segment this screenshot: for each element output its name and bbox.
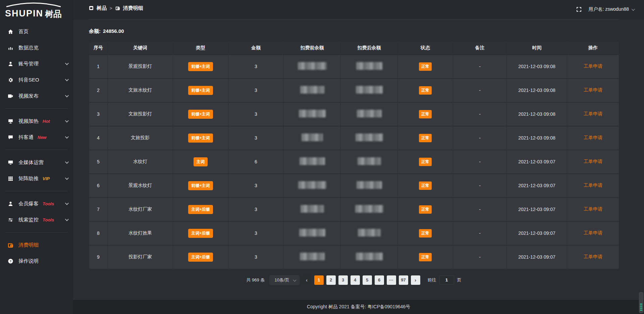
cell-balance-before [284,102,341,126]
cell-time: 2021-12-03 09:07 [507,174,567,198]
more-pages-button[interactable]: ··· [387,275,396,285]
time-text: 2021-12-03 09:07 [518,230,555,236]
cell-balance-after [341,221,398,245]
work-order-link[interactable]: 工单申请 [584,206,602,212]
sliders-icon [8,217,13,223]
sidebar-item-2[interactable]: 账号管理 [0,56,73,72]
cell-keyword: 文旅水纹灯 [108,78,173,102]
work-order-link[interactable]: 工单申请 [584,63,602,69]
work-order-link[interactable]: 工单申请 [584,135,602,140]
monitor-icon [8,160,13,165]
remark-text: - [479,183,481,188]
cell-status: 正常 [398,126,453,150]
page-button-5[interactable]: 5 [363,275,372,285]
row-number: 1 [97,64,100,69]
chevron-down-icon [632,7,635,11]
chevron-down-icon [65,160,69,164]
table-row: 4文旅投影前缀+主词3正常-2021-12-03 09:08工单申请 [89,126,619,150]
page-button-97[interactable]: 97 [399,275,408,285]
work-order-link[interactable]: 工单申请 [584,254,602,259]
sidebar-item-label: 抖客通 [18,134,34,141]
type-badge: 主词 [194,157,208,166]
app-logo[interactable]: SHUPIN 树品 [0,0,73,18]
breadcrumb-item-current: 消费明细 [123,5,143,11]
work-order-link[interactable]: 工单申请 [584,182,602,188]
next-page-button[interactable]: › [411,275,420,285]
sidebar-item-13[interactable]: 线索监控Tools [0,212,73,228]
goto-page-input[interactable] [439,275,454,285]
breadcrumb-item-home[interactable]: 树品 [97,5,107,11]
page-button-3[interactable]: 3 [338,275,348,285]
sidebar-item-7[interactable]: 抖客通New [0,129,73,145]
remark-text: - [479,207,481,212]
user-menu[interactable]: 用户名: zswodun88 [588,6,634,12]
fullscreen-icon[interactable] [576,7,582,12]
cell-keyword: 文旅投影 [108,126,173,150]
cell-keyword: 水纹灯厂家 [108,198,173,221]
cell-amount: 3 [228,55,284,78]
username-label: 用户名: zswodun88 [588,6,629,12]
time-text: 2021-12-03 09:07 [518,183,555,188]
menu-badge: Hot [43,119,50,124]
masked-balance-before [298,62,327,70]
work-order-link[interactable]: 工单申请 [584,230,602,235]
logo-arc [5,2,62,7]
status-badge: 正常 [419,181,432,190]
page-button-4[interactable]: 4 [351,275,360,285]
footer: Copyright 树品 2021 备案号: 粤ICP备09019646号 [73,299,644,314]
keyword-text: 文旅投影 [131,135,150,140]
keyword-text: 文旅水纹灯 [128,87,152,93]
work-order-link[interactable]: 工单申请 [584,87,602,93]
sidebar-item-16[interactable]: ?操作说明 [0,253,73,269]
sidebar-item-1[interactable]: 数据总览 [0,40,73,56]
cell-no: 6 [89,174,108,198]
work-order-link[interactable]: 工单申请 [584,111,602,116]
page-button-6[interactable]: 6 [375,275,384,285]
cell-keyword: 水纹灯效果 [108,221,173,245]
cell-balance-after [341,150,398,174]
sidebar-item-3[interactable]: 抖音SEO [0,72,73,88]
pagination: 共 969 条 10条/页 ‹ 123456···97 › 前往 页 [89,275,619,285]
prev-page-button[interactable]: ‹ [302,275,312,285]
floating-widget[interactable] [639,292,643,313]
column-header: 操作 [567,42,619,55]
sidebar-item-9[interactable]: 全媒体运营 [0,154,73,170]
question-icon: ? [8,258,13,264]
type-badge: 前缀+主词 [188,181,213,190]
masked-balance-before [299,110,326,117]
cell-status: 正常 [398,150,453,174]
sidebar-item-4[interactable]: 视频发布 [0,88,73,104]
wallet-icon [115,6,120,10]
page-button-1[interactable]: 1 [314,275,324,285]
sidebar-item-6[interactable]: 视频加热Hot [0,113,73,129]
sidebar-item-12[interactable]: 会员爆客Tools [0,196,73,212]
masked-balance-before [300,86,324,94]
cell-remark: - [453,55,507,78]
cell-no: 8 [89,221,108,245]
cell-no: 4 [89,126,108,150]
cell-action: 工单申请 [567,174,619,198]
time-text: 2021-12-03 09:08 [518,88,555,93]
column-header: 状态 [398,42,453,55]
main-content: 余额: 24856.00 序号关键词类型金额扣费前余额扣费后余额状态备注时间操作… [73,19,644,299]
chevron-down-icon [65,176,69,180]
page-size-select[interactable]: 10条/页 [269,275,299,285]
sidebar-item-10[interactable]: 矩阵助推VIP [0,170,73,187]
table-row: 5水纹灯主词6正常-2021-12-03 09:07工单申请 [89,150,619,174]
row-number: 2 [97,88,100,93]
page-size-value: 10条/页 [274,277,289,283]
cell-balance-before [284,221,341,245]
goto-page-group: 前往 页 [428,275,462,285]
sidebar-item-15[interactable]: 消费明细 [0,237,73,253]
cell-no: 2 [89,78,108,102]
video-icon [8,93,13,99]
cell-balance-after [341,174,398,198]
work-order-link[interactable]: 工单申请 [584,159,602,164]
cell-type: 前缀+主词 [173,174,228,198]
sidebar-item-0[interactable]: 首页 [0,23,73,40]
cell-action: 工单申请 [567,126,619,150]
cell-balance-after [341,102,398,126]
balance-value: 24856.00 [103,28,124,35]
masked-balance-after [356,86,383,94]
page-button-2[interactable]: 2 [326,275,336,285]
